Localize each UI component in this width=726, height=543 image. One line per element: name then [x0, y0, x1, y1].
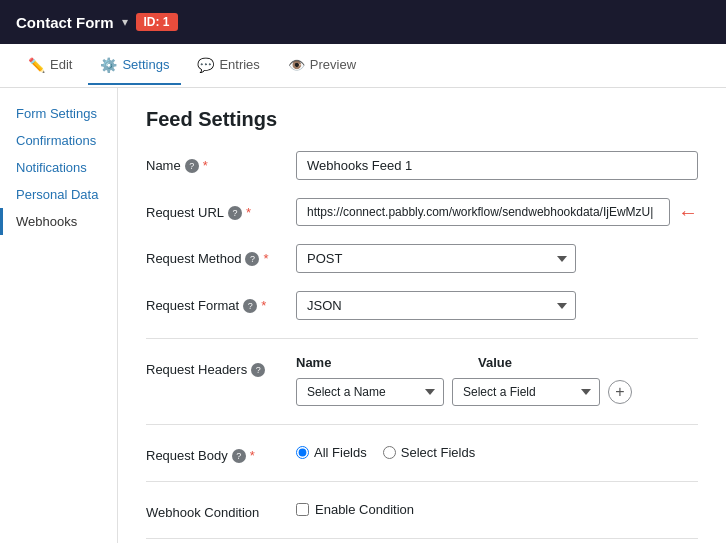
radio-all-fields-text: All Fields [314, 445, 367, 460]
enable-condition-text: Enable Condition [315, 502, 414, 517]
add-header-button[interactable]: + [608, 380, 632, 404]
content-area: Feed Settings Name ? * Request URL ? * [118, 88, 726, 543]
tab-entries[interactable]: 💬 Entries [185, 47, 271, 85]
sidebar-item-notifications[interactable]: Notifications [0, 154, 117, 181]
select-field-dropdown[interactable]: Select a Field [452, 378, 600, 406]
gear-icon: ⚙️ [100, 57, 117, 73]
headers-control: Name Value Select a Name Select a Field … [296, 355, 698, 406]
arrow-indicator-icon: ← [678, 201, 698, 224]
sidebar-item-form-settings[interactable]: Form Settings [0, 100, 117, 127]
request-body-control: All Fields Select Fields [296, 441, 698, 460]
enable-condition-label[interactable]: Enable Condition [296, 498, 698, 517]
name-row: Name ? * [146, 151, 698, 180]
request-method-label: Request Method ? * [146, 244, 296, 266]
request-url-label: Request URL ? * [146, 198, 296, 220]
request-method-control: POST GET PUT PATCH DELETE [296, 244, 698, 273]
divider4 [146, 538, 698, 539]
sidebar: Form Settings Confirmations Notification… [0, 88, 118, 543]
format-required: * [261, 298, 266, 313]
request-format-row: Request Format ? * JSON FORM XML [146, 291, 698, 320]
request-url-row: Request URL ? * ← [146, 198, 698, 226]
request-method-help-icon[interactable]: ? [245, 252, 259, 266]
webhook-condition-row: Webhook Condition Enable Condition [146, 498, 698, 520]
divider3 [146, 481, 698, 482]
request-format-control: JSON FORM XML [296, 291, 698, 320]
sidebar-item-confirmations[interactable]: Confirmations [0, 127, 117, 154]
chevron-down-icon[interactable]: ▾ [122, 15, 128, 29]
id-badge: ID: 1 [136, 13, 178, 31]
tab-preview-label: Preview [310, 57, 356, 72]
radio-group: All Fields Select Fields [296, 441, 698, 460]
request-headers-row: Request Headers ? Name Value Select a Na… [146, 355, 698, 406]
entries-icon: 💬 [197, 57, 214, 73]
radio-all-fields[interactable] [296, 446, 309, 459]
name-required: * [203, 158, 208, 173]
radio-select-fields-label[interactable]: Select Fields [383, 445, 475, 460]
request-url-help-icon[interactable]: ? [228, 206, 242, 220]
request-method-select[interactable]: POST GET PUT PATCH DELETE [296, 244, 576, 273]
name-help-icon[interactable]: ? [185, 159, 199, 173]
url-required: * [246, 205, 251, 220]
radio-select-fields[interactable] [383, 446, 396, 459]
tab-preview[interactable]: 👁️ Preview [276, 47, 368, 85]
tab-settings-label: Settings [122, 57, 169, 72]
request-body-label: Request Body ? * [146, 441, 296, 463]
divider [146, 338, 698, 339]
url-input-wrap: ← [296, 198, 698, 226]
tab-settings[interactable]: ⚙️ Settings [88, 47, 181, 85]
headers-input-row: Select a Name Select a Field + [296, 378, 698, 406]
tab-edit-label: Edit [50, 57, 72, 72]
preview-icon: 👁️ [288, 57, 305, 73]
sidebar-item-webhooks[interactable]: Webhooks [0, 208, 117, 235]
radio-select-fields-text: Select Fields [401, 445, 475, 460]
app-title: Contact Form [16, 14, 114, 31]
col-label-value: Value [478, 355, 626, 370]
request-body-row: Request Body ? * All Fields Select Field… [146, 441, 698, 463]
edit-icon: ✏️ [28, 57, 45, 73]
enable-condition-checkbox[interactable] [296, 503, 309, 516]
tab-edit[interactable]: ✏️ Edit [16, 47, 84, 85]
page-title: Feed Settings [146, 108, 698, 131]
body-required: * [250, 448, 255, 463]
sidebar-item-personal-data[interactable]: Personal Data [0, 181, 117, 208]
radio-all-fields-label[interactable]: All Fields [296, 445, 367, 460]
webhook-condition-control: Enable Condition [296, 498, 698, 517]
request-url-input[interactable] [296, 198, 670, 226]
method-required: * [263, 251, 268, 266]
request-headers-label: Request Headers ? [146, 355, 296, 377]
request-url-control: ← [296, 198, 698, 226]
webhook-condition-label: Webhook Condition [146, 498, 296, 520]
main-layout: Form Settings Confirmations Notification… [0, 88, 726, 543]
request-format-help-icon[interactable]: ? [243, 299, 257, 313]
col-label-name: Name [296, 355, 444, 370]
request-format-label: Request Format ? * [146, 291, 296, 313]
name-control [296, 151, 698, 180]
request-method-row: Request Method ? * POST GET PUT PATCH DE… [146, 244, 698, 273]
select-name-dropdown[interactable]: Select a Name [296, 378, 444, 406]
top-header: Contact Form ▾ ID: 1 [0, 0, 726, 44]
request-body-help-icon[interactable]: ? [232, 449, 246, 463]
request-headers-help-icon[interactable]: ? [251, 363, 265, 377]
request-format-select[interactable]: JSON FORM XML [296, 291, 576, 320]
name-label: Name ? * [146, 151, 296, 173]
tab-entries-label: Entries [219, 57, 259, 72]
tab-nav: ✏️ Edit ⚙️ Settings 💬 Entries 👁️ Preview [0, 44, 726, 88]
divider2 [146, 424, 698, 425]
name-input[interactable] [296, 151, 698, 180]
headers-col-labels: Name Value [296, 355, 698, 370]
